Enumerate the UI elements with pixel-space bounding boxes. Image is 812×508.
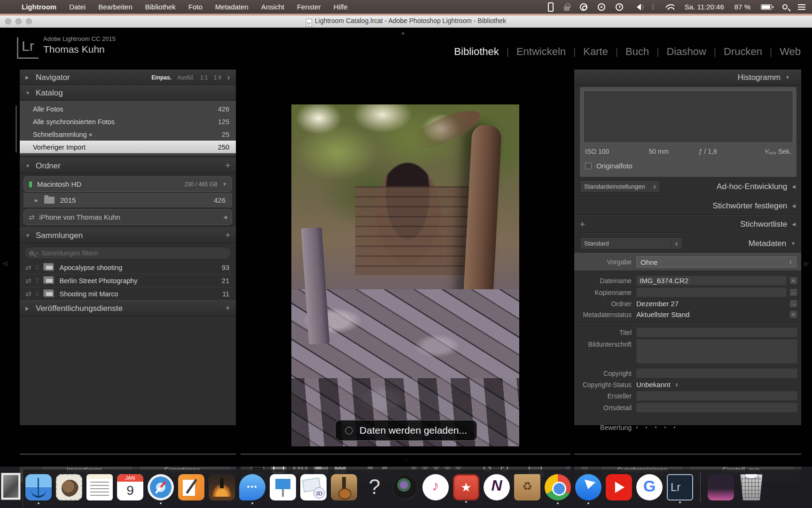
menu-bearbeiten[interactable]: Bearbeiten [98, 3, 133, 11]
dock-wunderlist-icon[interactable]: ★ [453, 474, 479, 500]
metadaten-disclosure-icon[interactable]: ▼ [791, 241, 796, 246]
collection-marco[interactable]: ⇄ ⁞⁚ Shooting mit Marco 11 [20, 287, 236, 301]
histogramm-disclosure-icon[interactable]: ▼ [785, 75, 796, 80]
module-drucken[interactable]: Drucken [724, 46, 762, 58]
module-web[interactable]: Web [780, 46, 801, 58]
navigator-disclosure-icon[interactable]: ▶ [25, 75, 36, 80]
dock-3d-app-icon[interactable]: 3D [300, 474, 327, 500]
katalog-item-alle-fotos[interactable]: Alle Fotos426 [20, 103, 236, 115]
dateiname-value[interactable]: IMG_6374.CR2 [636, 276, 787, 286]
right-panel-collapse-arrow[interactable]: ▷ [804, 260, 809, 267]
metadata-set-dropdown[interactable]: Standard ▲▼ [580, 238, 682, 249]
dock-photos-icon[interactable] [209, 474, 235, 500]
search-options-caret-icon[interactable]: ▾ [36, 251, 38, 255]
stichwoerter-disclosure-icon[interactable]: ◀ [792, 203, 796, 208]
notification-center-icon[interactable] [798, 4, 805, 10]
veroeffentlichungsdienste-header[interactable]: ▶ Veröffentlichungsdienste + [20, 301, 236, 316]
left-panel-collapse-arrow[interactable]: ◁ [3, 260, 7, 267]
ortsdetail-field[interactable] [636, 403, 797, 413]
dock-missing-app-icon[interactable]: ? [361, 474, 388, 500]
collection-apocalypse[interactable]: ⇄ ⁞⁚ Apocalypse shooting 93 [20, 261, 236, 274]
wifi-icon[interactable] [666, 4, 674, 10]
device-status-icon[interactable] [548, 2, 554, 12]
volume-disclosure-icon[interactable]: ▼ [222, 182, 227, 187]
menu-hilfe[interactable]: Hilfe [334, 3, 348, 11]
navigator-header[interactable]: ▶ Navigator Einpas. Ausfül. 1:1 1:4 ▲▼ [20, 70, 236, 85]
dock-youtube-icon[interactable] [606, 474, 632, 500]
dock-mail-icon[interactable] [56, 474, 82, 500]
status-action-icon[interactable]: ≡ [789, 310, 797, 318]
dock-finder-icon[interactable] [25, 474, 52, 500]
titel-field[interactable] [636, 327, 797, 337]
menu-foto[interactable]: Foto [188, 3, 203, 11]
dock-safari-icon[interactable] [148, 474, 174, 500]
device-disclosure-icon[interactable]: ◀ [223, 214, 227, 220]
top-panel-collapse-arrow[interactable]: ▲ [400, 30, 406, 35]
dock-chrome-icon[interactable] [545, 474, 571, 500]
dock-lightroom-icon[interactable]: Lr [667, 474, 693, 500]
sammlungen-disclosure-icon[interactable]: ▼ [25, 233, 36, 238]
dock-pages-icon[interactable] [178, 474, 204, 500]
menu-metadaten[interactable]: Metadaten [215, 3, 249, 11]
kopiename-field[interactable] [636, 287, 787, 297]
folder-disclosure-icon[interactable]: ▶ [35, 198, 44, 203]
add-keyword-icon[interactable]: + [580, 219, 585, 230]
katalog-item-schnellsammlung[interactable]: Schnellsammlung +25 [20, 128, 236, 141]
sammlungen-header[interactable]: ▼ Sammlungen + [20, 228, 236, 243]
original-photo-checkbox[interactable] [585, 163, 592, 169]
histogram-canvas[interactable] [583, 90, 793, 143]
module-karte[interactable]: Karte [583, 46, 608, 58]
module-entwickeln[interactable]: Entwickeln [516, 46, 566, 58]
dock-keynote-icon[interactable] [270, 474, 296, 500]
dock-garageband-icon[interactable] [331, 474, 357, 500]
module-diashow[interactable]: Diashow [666, 46, 706, 58]
dock-calendar-icon[interactable]: JAN9 [117, 474, 143, 500]
stichwortliste-header[interactable]: Stichwortliste ◀ [740, 220, 796, 229]
lock-icon[interactable] [564, 6, 570, 11]
menu-ansicht[interactable]: Ansicht [261, 3, 284, 11]
left-scrollbar[interactable] [16, 105, 17, 152]
dock-textedit-icon[interactable] [86, 474, 113, 500]
zoom-1-4-option[interactable]: 1:4 [213, 74, 221, 81]
dock-trash-icon[interactable] [738, 474, 765, 500]
zoom-1-1-option[interactable]: 1:1 [200, 74, 208, 81]
ordner-action-icon[interactable]: → [789, 300, 797, 308]
dock-itunes-icon[interactable]: ♪ [422, 474, 449, 500]
metadaten-header[interactable]: Metadaten ▼ [749, 239, 796, 248]
volume-icon[interactable] [633, 4, 641, 10]
katalog-item-vorheriger-import[interactable]: Vorheriger Import250 [20, 141, 236, 153]
collection-berlin[interactable]: ⇄ ⁞⁚ Berlin Street Photography 21 [20, 274, 236, 287]
app-status-icon[interactable] [598, 3, 605, 11]
add-collection-icon[interactable]: + [225, 230, 230, 240]
dock-art-bag-icon[interactable]: ♻ [514, 474, 540, 500]
zoom-fill-option[interactable]: Ausfül. [177, 74, 195, 81]
histogramm-header[interactable]: Histogramm ▼ [574, 70, 801, 85]
dock-messages-icon[interactable]: ••• [239, 474, 265, 500]
stichwortliste-disclosure-icon[interactable]: ◀ [792, 222, 796, 227]
device-iphone[interactable]: ⇄ iPhone von Thomas Kuhn ◀ [23, 209, 232, 225]
loupe-photo[interactable] [291, 104, 519, 446]
copyright-status-value[interactable]: Unbekannt ▲▼ [636, 381, 797, 389]
dock-google-icon[interactable]: G [636, 474, 663, 500]
rating-dots[interactable] [636, 425, 675, 430]
folder-2015[interactable]: ▶ 2015 426 [23, 193, 232, 207]
time-machine-icon[interactable] [616, 3, 623, 11]
volume-macintosh-hd[interactable]: Macintosh HD 230 / 465 GB ▼ [23, 176, 232, 192]
katalog-disclosure-icon[interactable]: ▼ [25, 90, 36, 95]
collections-filter-input[interactable]: ▾ Sammlungen filtern [24, 247, 231, 259]
battery-icon[interactable] [761, 4, 772, 10]
dock-notability-icon[interactable]: N [484, 474, 510, 500]
stichwoerter-header[interactable]: Stichwörter festlegen ◀ [713, 201, 796, 211]
filmstrip-resize-grip[interactable]: ⁖⁖ [403, 458, 409, 463]
vorgabe-dropdown[interactable]: Ohne ▲▼ [636, 256, 796, 268]
ordner-header[interactable]: ▼ Ordner + [20, 158, 236, 174]
dock-messenger-icon[interactable] [575, 474, 601, 500]
katalog-header[interactable]: ▼ Katalog [20, 85, 236, 101]
menu-fenster[interactable]: Fenster [297, 3, 321, 11]
adhoc-preset-dropdown[interactable]: Standardeinstellungen ▲▼ [580, 181, 660, 192]
kopiename-action-icon[interactable]: → [789, 288, 797, 296]
filename-action-icon[interactable]: ≡ [789, 277, 797, 285]
dock-media-folder-icon[interactable] [708, 474, 734, 500]
menu-bibliothek[interactable]: Bibliothek [145, 3, 176, 11]
dienste-disclosure-icon[interactable]: ▶ [25, 306, 36, 311]
